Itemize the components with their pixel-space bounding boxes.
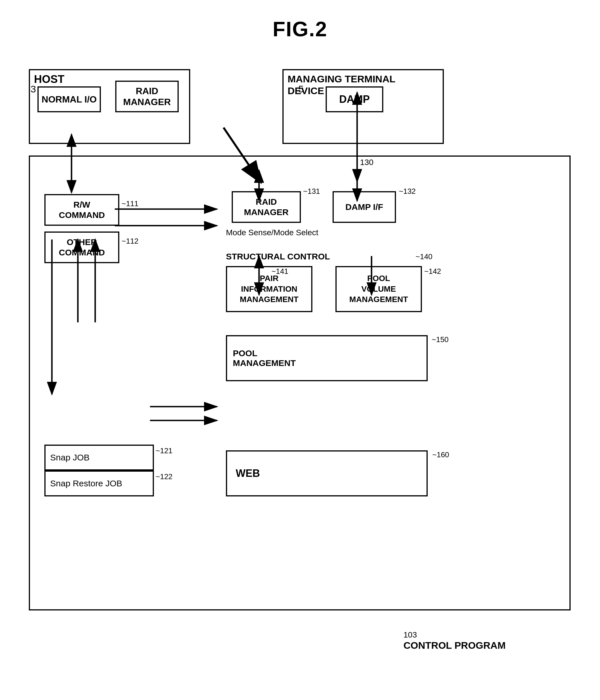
- pair-info-label: PAIRINFORMATIONMANAGEMENT: [240, 273, 298, 305]
- damp-if-box: DAMP I/F: [333, 191, 396, 223]
- host-ref: 3: [30, 83, 36, 95]
- pool-management-label: POOLMANAGEMENT: [233, 348, 427, 368]
- structural-control-label: STRUCTURAL CONTROL: [226, 252, 330, 261]
- normal-io-box: NORMAL I/O: [38, 86, 101, 112]
- snap-restore-box: Snap Restore JOB: [44, 471, 154, 496]
- ctrl-label-text: CONTROL PROGRAM: [404, 640, 505, 651]
- pool-volume-label: POOLVOLUMEMANAGEMENT: [349, 273, 408, 305]
- mode-sense-label: Mode Sense/Mode Select: [226, 228, 318, 237]
- damp-label: DAMP: [339, 93, 370, 105]
- ref-5: 5: [298, 83, 304, 95]
- control-program-label: 103 CONTROL PROGRAM: [404, 629, 505, 651]
- snap-job-box: Snap JOB: [44, 445, 154, 471]
- ctrl-raid-manager-label: RAIDMANAGER: [244, 197, 289, 218]
- ref-112: ~112: [122, 237, 139, 246]
- ref-131: ~131: [303, 187, 320, 196]
- host-label: HOST: [34, 73, 65, 85]
- ref-103: 103: [404, 630, 417, 639]
- ref-111: ~111: [122, 199, 139, 208]
- ref-122: ~122: [155, 472, 173, 481]
- rw-command-label: R/WCOMMAND: [59, 200, 105, 220]
- normal-io-label: NORMAL I/O: [42, 94, 97, 105]
- ref-121: ~121: [155, 446, 173, 455]
- damp-if-label: DAMP I/F: [345, 202, 383, 212]
- other-command-box: OTHERCOMMAND: [44, 231, 119, 263]
- pair-info-box: PAIRINFORMATIONMANAGEMENT: [226, 266, 312, 312]
- web-box: WEB: [226, 450, 428, 496]
- other-command-label: OTHERCOMMAND: [59, 237, 105, 258]
- control-box: R/WCOMMAND ~111 OTHERCOMMAND ~112 RAIDMA…: [29, 155, 571, 610]
- ref-140: ~140: [415, 252, 433, 261]
- damp-box: DAMP: [326, 86, 383, 112]
- ref-132: ~132: [399, 187, 416, 196]
- snap-job-label: Snap JOB: [50, 453, 90, 462]
- pool-management-box: POOLMANAGEMENT: [226, 335, 428, 381]
- ref-160: ~160: [432, 450, 449, 459]
- ref-150: ~150: [432, 335, 449, 344]
- web-label: WEB: [236, 467, 260, 479]
- ref-141: ~141: [271, 267, 288, 276]
- host-raid-manager-box: RAIDMANAGER: [115, 81, 179, 112]
- diagram-container: HOST 3 NORMAL I/O 301 RAIDMANAGER 302 MA…: [23, 46, 577, 654]
- ref-142: ~142: [424, 267, 441, 276]
- rw-command-box: R/WCOMMAND: [44, 194, 119, 226]
- pool-volume-box: POOLVOLUMEMANAGEMENT: [335, 266, 422, 312]
- snap-restore-label: Snap Restore JOB: [50, 479, 122, 489]
- host-raid-manager-label: RAIDMANAGER: [123, 85, 171, 108]
- figure-title: FIG.2: [0, 17, 600, 41]
- ctrl-raid-manager-box: RAIDMANAGER: [232, 191, 301, 223]
